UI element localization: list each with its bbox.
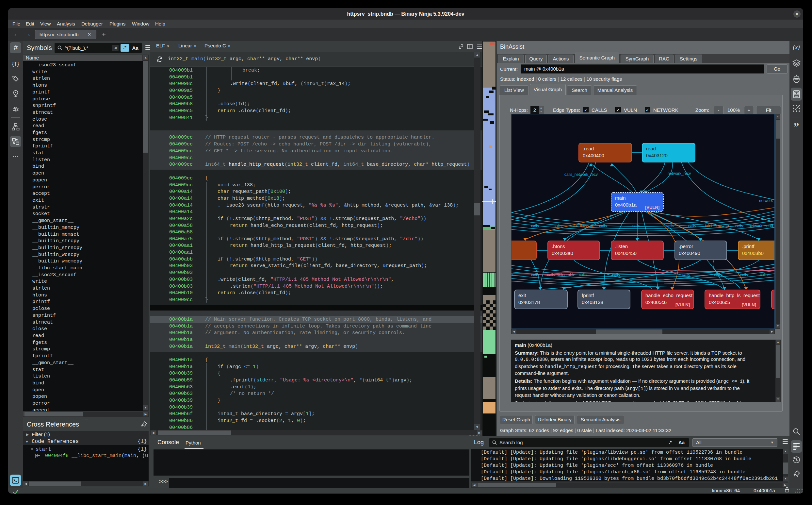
svg-text:calls_vulnerable: calls_vulnerable xyxy=(547,273,575,277)
svg-text:network_recv: network_recv xyxy=(667,171,691,176)
svg-text:0x4006c5: 0x4006c5 xyxy=(709,299,730,305)
svg-text:0x4003a0: 0x4003a0 xyxy=(552,250,573,256)
svg-text:calls_network_recv: calls_network_recv xyxy=(564,172,598,177)
svg-text:calls: calls xyxy=(632,223,640,228)
svg-text:.perror: .perror xyxy=(679,243,693,249)
svg-text:calls: calls xyxy=(735,223,743,228)
svg-text:read: read xyxy=(646,146,656,151)
svg-text:calls: calls xyxy=(682,273,690,277)
svg-text:0x400b1a: 0x400b1a xyxy=(615,202,637,207)
svg-text:calls: calls xyxy=(760,273,768,277)
svg-text:0x403120: 0x403120 xyxy=(646,153,667,158)
svg-text:handle_echo_request: handle_echo_request xyxy=(645,293,693,298)
svg-text:ls: ls xyxy=(512,273,514,277)
svg-text:taint_flows_to: taint_flows_to xyxy=(705,223,729,228)
svg-text:calls: calls xyxy=(612,273,620,277)
svg-text:0x400450: 0x400450 xyxy=(615,250,636,256)
svg-text:[VULN]: [VULN] xyxy=(645,205,659,210)
svg-text:calls: calls xyxy=(554,223,561,228)
svg-text:.listen: .listen xyxy=(615,243,628,249)
svg-text:calls: calls xyxy=(740,273,748,277)
svg-text:.htons: .htons xyxy=(552,243,565,249)
svg-text:network_: network_ xyxy=(759,198,775,203)
svg-text:0x400490: 0x400490 xyxy=(679,250,700,256)
svg-text:0x4005c6: 0x4005c6 xyxy=(645,299,666,305)
svg-text:0x403178: 0x403178 xyxy=(518,299,540,305)
svg-text:calls: calls xyxy=(714,273,722,277)
svg-text:[VULN]: [VULN] xyxy=(742,302,756,307)
svg-text:taint_flows_to: taint_flows_to xyxy=(570,223,594,228)
svg-text:0x4003b0: 0x4003b0 xyxy=(742,250,764,256)
svg-text:fprintf: fprintf xyxy=(582,293,594,298)
svg-text:calls: calls xyxy=(688,223,696,228)
svg-text:handle_http_ls_request: handle_http_ls_request xyxy=(709,293,760,298)
svg-text:calls: calls xyxy=(599,223,607,228)
svg-text:exit: exit xyxy=(518,293,526,298)
svg-text:calls: calls xyxy=(531,223,539,228)
svg-text:0x403138: 0x403138 xyxy=(582,299,603,305)
svg-text:calls: calls xyxy=(666,223,674,228)
svg-text:0x400400: 0x400400 xyxy=(583,153,604,158)
svg-text:calls: calls xyxy=(531,273,539,277)
svg-text:.read: .read xyxy=(583,146,594,151)
svg-text:network_send: network_send xyxy=(749,223,773,228)
svg-text:.printf: .printf xyxy=(742,243,755,249)
svg-text:calls: calls xyxy=(579,273,587,277)
svg-text:[VULN]: [VULN] xyxy=(675,302,690,307)
svg-text:main: main xyxy=(615,195,626,201)
